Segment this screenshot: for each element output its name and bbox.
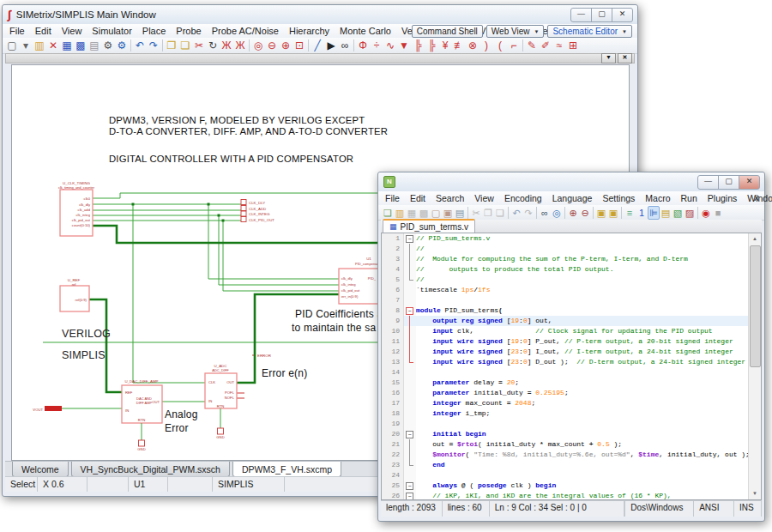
gnd-symbol[interactable] — [218, 428, 224, 434]
vout-terminal[interactable] — [45, 406, 62, 411]
npp-new-icon[interactable]: ❏ — [382, 206, 394, 220]
npp-close-document-button[interactable]: X — [754, 194, 759, 203]
npp-close-icon[interactable]: ▢ — [430, 206, 442, 220]
fold-margin[interactable] — [404, 388, 416, 398]
cut-icon[interactable]: ✂ — [192, 39, 206, 52]
npp-edge-marker-icon[interactable]: ≡ — [624, 206, 636, 220]
open-file-icon[interactable]: ▥ — [33, 39, 46, 52]
undo-icon[interactable]: ↶ — [133, 39, 147, 52]
settings-icon[interactable]: ⚙ — [101, 39, 115, 52]
npp-folder-workspace-icon[interactable]: ▨ — [684, 206, 696, 220]
menu-hierarchy[interactable]: Hierarchy — [284, 25, 335, 37]
sheet-tab-welcome[interactable]: Welcome — [12, 462, 69, 477]
place-sine-source-icon[interactable]: ∿ — [383, 39, 397, 52]
npp-indent-guide-icon[interactable]: 1 — [636, 206, 648, 220]
fold-margin[interactable] — [404, 357, 416, 367]
copy-to-window-icon[interactable]: ❐ — [165, 39, 178, 52]
place-current-probe-icon[interactable]: ⌐ — [507, 39, 521, 52]
new-dropdown-icon[interactable]: ▾ — [19, 39, 33, 52]
fold-margin[interactable] — [404, 285, 416, 295]
close-sheet-icon[interactable]: ✕ — [46, 39, 60, 52]
npp-redo-icon[interactable]: ↷ — [522, 206, 534, 220]
npp-zoom-in-icon[interactable]: ⊕ — [567, 206, 579, 220]
npp-function-list-icon[interactable]: ▧ — [672, 206, 684, 220]
npp-macro-record-icon[interactable]: ◉ — [700, 206, 712, 220]
npp-sync-vertical-icon[interactable]: ▣ — [595, 206, 607, 220]
save-icon[interactable]: ▦ — [60, 39, 74, 52]
place-probe-icon[interactable]: Φ — [356, 39, 370, 52]
probe-voltage-icon[interactable]: ✎ — [525, 39, 539, 52]
npp-open-icon[interactable]: ▥ — [394, 206, 406, 220]
sheet-tab-dpwm3-f-vh-sxcmp[interactable]: DPWM3_F_VH.sxcmp — [232, 462, 341, 477]
fold-margin[interactable] — [404, 460, 416, 470]
npp-menu-encoding[interactable]: Encoding — [499, 192, 547, 204]
schematic-wire[interactable] — [219, 215, 339, 285]
npp-code-editor[interactable]: 1// PID_sum_terms.v2//3// Module for com… — [381, 233, 762, 500]
fold-margin[interactable] — [404, 408, 416, 419]
zoom-in-icon[interactable]: ⊕ — [279, 39, 293, 52]
npp-menu-settings[interactable]: Settings — [597, 192, 640, 204]
run-simulation-icon[interactable]: ▶ — [324, 39, 338, 52]
place-brace-open-icon[interactable]: ( — [493, 39, 507, 52]
fold-margin[interactable] — [404, 491, 416, 500]
terminal-clk-integ[interactable] — [241, 211, 246, 216]
fold-margin[interactable] — [404, 429, 416, 439]
redo-icon[interactable]: ↷ — [147, 39, 160, 52]
menu-probe[interactable]: Probe — [171, 25, 206, 37]
fold-margin[interactable] — [404, 439, 416, 450]
simulator-settings-icon[interactable]: ⚙ — [115, 39, 129, 52]
schematic-wire[interactable] — [133, 204, 205, 383]
npp-doc-map-icon[interactable]: ▤ — [660, 206, 672, 220]
npp-save-icon[interactable]: ▦ — [406, 206, 418, 220]
place-source-icon[interactable]: ⊗ — [466, 39, 479, 52]
fold-margin[interactable] — [404, 481, 416, 491]
npp-sync-horizontal-icon[interactable]: ▣ — [607, 206, 619, 220]
mirror-vertical-icon[interactable]: Ж — [233, 39, 247, 52]
menu-place[interactable]: Place — [137, 25, 172, 37]
fold-margin[interactable] — [404, 326, 416, 336]
npp-menu-file[interactable]: File — [380, 192, 405, 204]
fold-margin[interactable] — [404, 450, 416, 460]
wire-mode-icon[interactable]: ╱ — [311, 39, 324, 52]
subwindow-collapse-button[interactable]: ▼ — [601, 53, 616, 63]
fold-margin[interactable] — [404, 275, 416, 285]
maximize-button[interactable]: ▢ — [718, 175, 739, 190]
place-zener-icon[interactable]: ≢ — [452, 39, 466, 52]
find-part-icon[interactable]: ∞ — [338, 39, 352, 52]
fold-margin[interactable] — [404, 419, 416, 429]
fold-margin[interactable] — [404, 316, 416, 326]
fold-margin[interactable] — [404, 347, 416, 357]
print-icon[interactable]: ▤ — [87, 39, 101, 52]
rotate-icon[interactable]: ↻ — [206, 39, 220, 52]
web-view-dropdown[interactable]: Web View ▼ — [486, 25, 545, 38]
menu-file[interactable]: File — [4, 25, 30, 37]
zoom-fit-icon[interactable]: ◎ — [251, 39, 265, 52]
editor-select-dropdown[interactable]: Schematic Editor ▼ — [547, 25, 632, 38]
editor-vertical-scrollbar[interactable]: ▲ ▼ — [748, 233, 761, 499]
npp-menu-search[interactable]: Search — [431, 192, 469, 204]
fold-margin[interactable] — [404, 336, 416, 347]
gnd-symbol[interactable] — [139, 440, 145, 446]
scroll-down-icon[interactable]: ▼ — [749, 488, 761, 499]
mirror-horizontal-icon[interactable]: Ж — [220, 39, 233, 52]
sheet-tab-vh-syncbuck-digital-pwm-sxsch[interactable]: VH_SyncBuck_Digital_PWM.sxsch — [71, 462, 230, 477]
menu-simulator[interactable]: Simulator — [87, 25, 136, 37]
npp-menu-view[interactable]: View — [469, 192, 499, 204]
zoom-rect-icon[interactable]: ⊡ — [293, 39, 306, 52]
npp-replace-icon[interactable]: ◎ — [551, 206, 563, 220]
npp-menu-plugins[interactable]: Plugins — [703, 192, 742, 204]
npp-cut-icon[interactable]: ✂ — [470, 206, 482, 220]
fold-margin[interactable] — [404, 305, 416, 316]
close-button[interactable]: ✕ — [612, 8, 633, 22]
menu-view[interactable]: View — [57, 25, 87, 37]
probe-add-icon[interactable]: ⊞ — [566, 39, 580, 52]
scroll-up-icon[interactable]: ▲ — [749, 233, 761, 245]
npp-save-all-icon[interactable]: ▩ — [418, 206, 430, 220]
minimize-button[interactable]: — — [570, 8, 592, 22]
npp-close-all-icon[interactable]: ▣ — [442, 206, 454, 220]
npp-paste-icon[interactable]: ❏ — [494, 206, 506, 220]
place-digital-flipflop-icon[interactable]: ╠ — [425, 39, 438, 52]
menu-monte-carlo[interactable]: Monte Carlo — [335, 25, 396, 37]
npp-tab-pid-sum-terms[interactable]: ▦ PID_sum_terms.v — [383, 219, 475, 233]
npp-zoom-out-icon[interactable]: ⊖ — [579, 206, 591, 220]
